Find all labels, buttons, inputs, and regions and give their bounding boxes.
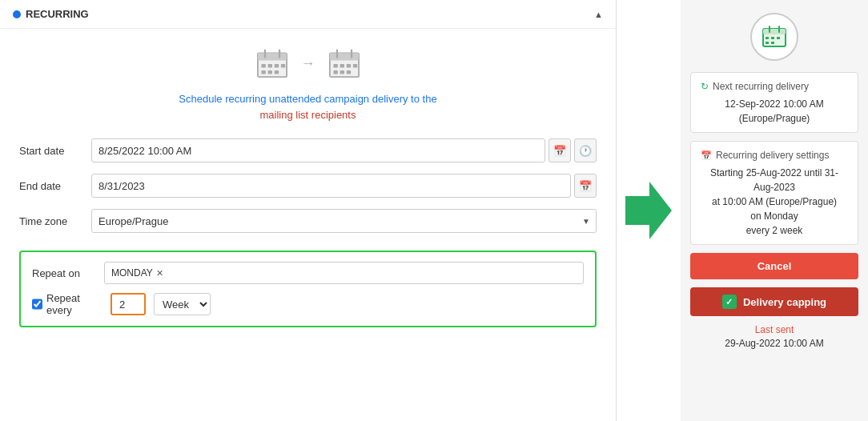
right-cal-svg [762, 26, 786, 48]
svg-rect-20 [340, 70, 344, 74]
repeat-on-row: Repeat on MONDAY ✕ [32, 262, 584, 284]
start-date-input[interactable] [91, 138, 545, 162]
svg-rect-26 [766, 37, 769, 39]
form-section: Start date 📅 🕐 End date 📅 Time zone [19, 138, 597, 408]
svg-rect-28 [777, 37, 780, 39]
svg-rect-27 [771, 37, 774, 39]
repeat-box: Repeat on MONDAY ✕ Repeat every [19, 251, 597, 327]
repeat-every-label: Repeat every [46, 292, 102, 316]
end-date-input[interactable] [91, 174, 571, 198]
delivery-capping-button[interactable]: ✓ Delivery capping [690, 287, 858, 316]
monday-tag-text: MONDAY [111, 267, 153, 279]
settings-value: Starting 25-Aug-2022 until 31-Aug-2023at… [701, 166, 848, 238]
settings-cal-icon: 📅 [701, 149, 712, 162]
last-sent-label: Last sent [690, 324, 858, 335]
svg-rect-19 [333, 70, 337, 74]
start-date-label: Start date [19, 145, 83, 157]
icon-row: → [19, 48, 597, 78]
svg-rect-30 [771, 42, 774, 44]
repeat-every-row: Repeat every Week Day Month [32, 292, 584, 316]
calendar-from-icon [256, 48, 288, 78]
delivery-capping-label: Delivery capping [743, 296, 826, 308]
monday-tag: MONDAY ✕ [111, 267, 163, 279]
last-sent-section: Last sent 29-Aug-2022 10:00 AM [690, 324, 858, 349]
panel-body: → Schedule recurring unattended campaign… [0, 29, 616, 421]
svg-rect-23 [763, 29, 786, 34]
calendar-to-icon [328, 48, 360, 78]
refresh-icon: ↻ [701, 79, 709, 94]
next-delivery-title: Next recurring delivery [713, 79, 809, 94]
big-arrow-wrapper [625, 182, 672, 239]
repeat-on-label: Repeat on [32, 267, 96, 279]
timezone-select-wrapper: Europe/Prague [91, 209, 597, 233]
panel-header: RECURRING ▲ [0, 0, 616, 29]
description-line1: Schedule recurring unattended campaign d… [19, 91, 597, 107]
svg-rect-6 [274, 64, 278, 68]
repeat-every-number-input[interactable] [111, 293, 146, 315]
repeat-every-checkbox[interactable] [32, 299, 42, 310]
svg-rect-17 [346, 64, 350, 68]
timezone-label: Time zone [19, 215, 83, 227]
right-calendar-icon [750, 13, 798, 61]
svg-rect-4 [261, 64, 265, 68]
svg-rect-1 [257, 53, 286, 60]
svg-rect-5 [267, 64, 271, 68]
description-line2: mailing list recipients [19, 107, 597, 123]
svg-rect-7 [280, 64, 284, 68]
left-panel: RECURRING ▲ → [0, 0, 617, 421]
check-icon: ✓ [722, 295, 737, 309]
week-select[interactable]: Week Day Month [154, 293, 211, 315]
status-dot [13, 10, 21, 18]
cancel-button[interactable]: Cancel [690, 253, 858, 279]
settings-title-row: 📅 Recurring delivery settings [701, 148, 848, 162]
svg-rect-9 [267, 70, 271, 74]
start-date-group: 📅 🕐 [91, 138, 597, 162]
arrow-icon: → [301, 55, 315, 72]
panel-title-text: RECURRING [26, 8, 89, 20]
collapse-icon[interactable]: ▲ [594, 10, 603, 19]
right-panel: ↻ Next recurring delivery 12-Sep-2022 10… [681, 0, 868, 421]
description: Schedule recurring unattended campaign d… [19, 91, 597, 122]
arrow-head [649, 182, 672, 239]
panel-title: RECURRING [13, 8, 89, 20]
svg-rect-15 [333, 64, 337, 68]
arrow-container [617, 0, 681, 421]
repeat-on-tag-input[interactable]: MONDAY ✕ [104, 262, 584, 284]
end-date-label: End date [19, 180, 83, 192]
timezone-select[interactable]: Europe/Prague [91, 209, 597, 233]
settings-box: 📅 Recurring delivery settings Starting 2… [690, 141, 858, 245]
remove-tag-button[interactable]: ✕ [156, 268, 163, 279]
settings-title: Recurring delivery settings [716, 148, 829, 162]
end-date-row: End date 📅 [19, 174, 597, 198]
svg-rect-21 [346, 70, 350, 74]
calendar-icon-btn[interactable]: 📅 [549, 138, 571, 162]
timezone-row: Time zone Europe/Prague [19, 209, 597, 233]
svg-rect-12 [329, 53, 358, 60]
svg-rect-18 [352, 64, 356, 68]
next-delivery-title-row: ↻ Next recurring delivery [701, 79, 848, 94]
arrow-body [625, 196, 649, 225]
svg-rect-29 [766, 42, 769, 44]
end-calendar-icon-btn[interactable]: 📅 [574, 174, 597, 198]
end-date-group: 📅 [91, 174, 597, 198]
svg-rect-8 [261, 70, 265, 74]
start-date-row: Start date 📅 🕐 [19, 138, 597, 162]
svg-rect-16 [340, 64, 344, 68]
last-sent-value: 29-Aug-2022 10:00 AM [690, 338, 858, 349]
next-delivery-box: ↻ Next recurring delivery 12-Sep-2022 10… [690, 72, 858, 133]
repeat-every-checkbox-label: Repeat every [32, 292, 102, 316]
next-delivery-value: 12-Sep-2022 10:00 AM(Europe/Prague) [701, 97, 848, 126]
svg-rect-10 [274, 70, 278, 74]
clock-icon-btn[interactable]: 🕐 [574, 138, 597, 162]
